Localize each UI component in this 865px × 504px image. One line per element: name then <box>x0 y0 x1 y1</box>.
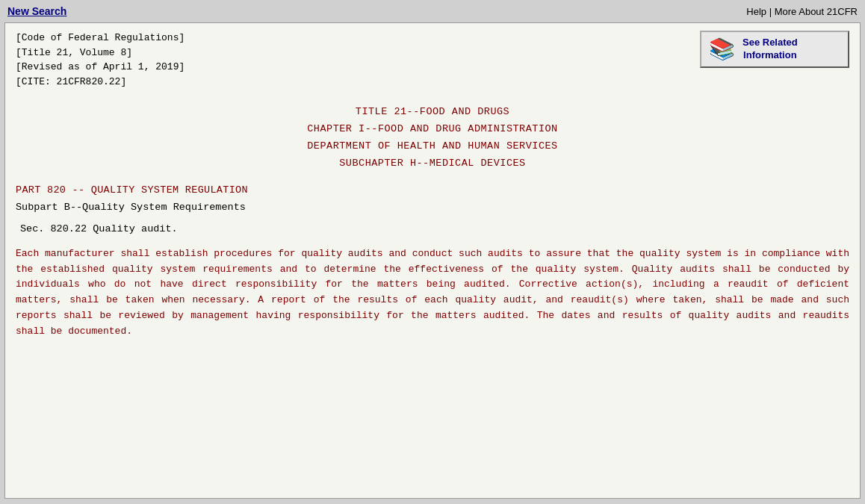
books-icon: 📚 <box>709 39 735 60</box>
section-heading: Sec. 820.22 Quality audit. <box>20 223 849 234</box>
more-about-link[interactable]: More About 21CFR <box>775 6 858 17</box>
title-line1: TITLE 21--FOOD AND DRUGS <box>16 104 849 121</box>
header-section: [Code of Federal Regulations] [Title 21,… <box>16 31 849 89</box>
new-search-link[interactable]: New Search <box>7 5 66 17</box>
title-line3: DEPARTMENT OF HEALTH AND HUMAN SERVICES <box>16 138 849 155</box>
subpart-heading: Subpart B--Quality System Requirements <box>16 202 849 213</box>
top-bar: New Search Help | More About 21CFR <box>0 0 865 22</box>
part-heading: PART 820 -- QUALITY SYSTEM REGULATION <box>16 184 849 196</box>
top-bar-right-links: Help | More About 21CFR <box>746 6 858 17</box>
citation-block: [Code of Federal Regulations] [Title 21,… <box>16 31 185 89</box>
title-line4: SUBCHAPTER H--MEDICAL DEVICES <box>16 155 849 172</box>
separator: | <box>769 6 775 17</box>
title-section: TITLE 21--FOOD AND DRUGS CHAPTER I--FOOD… <box>16 104 849 172</box>
title-line2: CHAPTER I--FOOD AND DRUG ADMINISTRATION <box>16 121 849 138</box>
related-info-line1: See Related <box>742 37 798 48</box>
citation-line3: [Revised as of April 1, 2019] <box>16 60 185 75</box>
related-info-line2: Information <box>743 49 797 60</box>
related-info-text: See Related Information <box>742 37 798 62</box>
citation-line2: [Title 21, Volume 8] <box>16 46 185 60</box>
see-related-info-button[interactable]: 📚 See Related Information <box>700 31 849 68</box>
main-content: [Code of Federal Regulations] [Title 21,… <box>4 22 861 499</box>
help-link[interactable]: Help <box>746 6 766 17</box>
citation-line4: [CITE: 21CFR820.22] <box>16 75 185 90</box>
citation-line1: [Code of Federal Regulations] <box>16 31 185 46</box>
body-text: Each manufacturer shall establish proced… <box>16 246 849 340</box>
